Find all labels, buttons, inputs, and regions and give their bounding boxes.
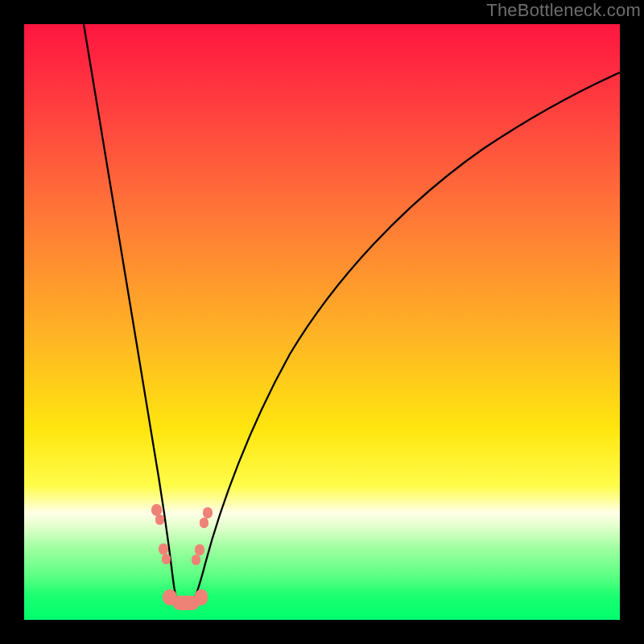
marker-right-lower-a <box>195 544 204 555</box>
marker-left-lower-b <box>162 554 171 564</box>
marker-left-upper-b <box>155 514 164 525</box>
bottleneck-curve <box>24 24 620 620</box>
plot-area <box>24 24 620 620</box>
watermark-text: TheBottleneck.com <box>486 0 641 21</box>
marker-right-lower-b <box>192 555 200 565</box>
marker-valley-right <box>195 589 208 605</box>
marker-right-upper-a <box>203 507 213 518</box>
marker-left-lower-a <box>159 543 168 555</box>
chart-frame: TheBottleneck.com <box>0 0 644 644</box>
marker-right-upper-b <box>200 518 208 528</box>
